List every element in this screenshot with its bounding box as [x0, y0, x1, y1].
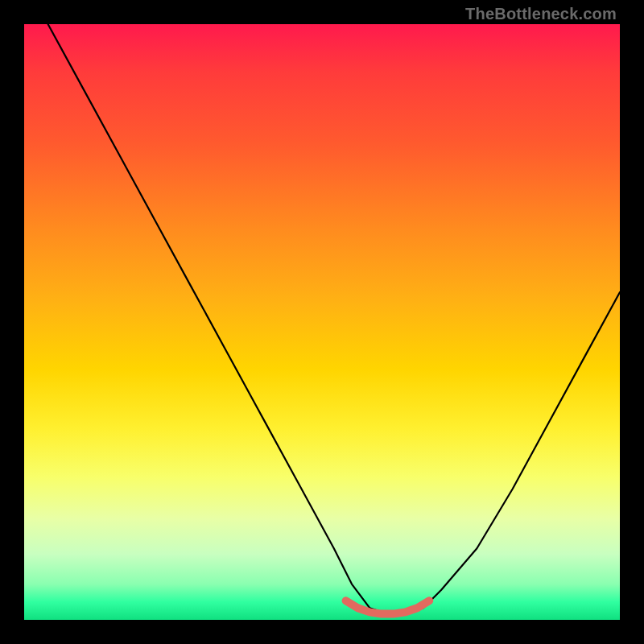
chart-frame: TheBottleneck.com	[0, 0, 644, 644]
watermark-text: TheBottleneck.com	[465, 5, 617, 23]
plot-area	[24, 24, 620, 620]
chart-svg	[24, 24, 620, 620]
optimal-band-path	[346, 601, 430, 613]
bottleneck-curve-path	[48, 24, 620, 614]
